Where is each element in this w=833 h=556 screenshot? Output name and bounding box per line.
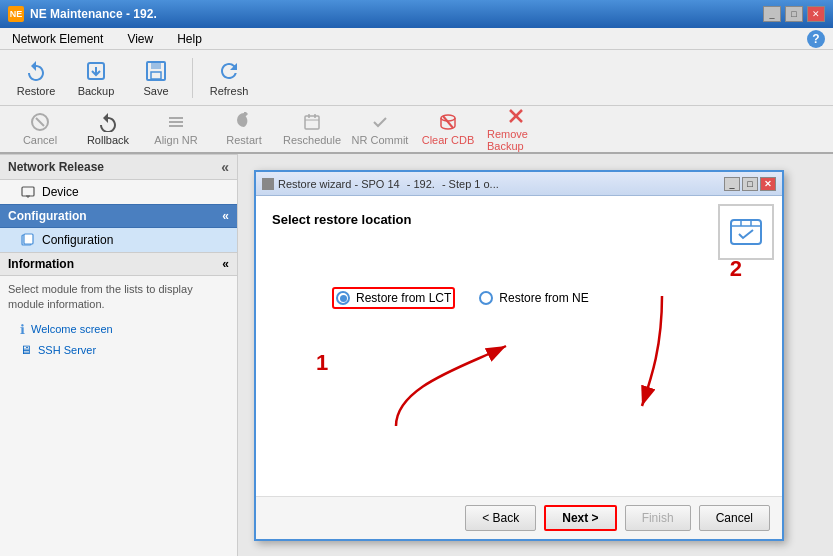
finish-button: Finish (625, 505, 691, 531)
annotation-2: 2 (730, 256, 742, 282)
menu-help[interactable]: Help (173, 30, 206, 48)
refresh-icon (217, 59, 241, 83)
radio-group: Restore from LCT Restore from NE (332, 287, 766, 309)
refresh-label: Refresh (210, 85, 249, 97)
svg-rect-3 (151, 72, 161, 79)
work-area: Restore wizard - SPO 14 - 192. - Step 1 … (238, 154, 833, 556)
restart-button: Restart (212, 109, 276, 149)
sidebar-section-network-release[interactable]: Network Release « (0, 154, 237, 180)
restore-ne-label: Restore from NE (499, 291, 588, 305)
dialog-title-bar: Restore wizard - SPO 14 - 192. - Step 1 … (256, 172, 782, 196)
sidebar-item-device[interactable]: Device (0, 180, 237, 204)
dialog-subtitle: Select restore location (272, 212, 766, 227)
restore-icon (24, 59, 48, 83)
maximize-btn[interactable]: □ (785, 6, 803, 22)
dialog-maximize-btn[interactable]: □ (742, 177, 758, 191)
menu-view[interactable]: View (123, 30, 157, 48)
app-title: NE Maintenance - 192. (30, 7, 157, 21)
svg-line-5 (36, 118, 44, 126)
remove-backup-button[interactable]: Remove Backup (484, 109, 548, 149)
restore-button[interactable]: Restore (8, 54, 64, 102)
clear-cdb-label: Clear CDB (422, 134, 475, 146)
restore-lct-highlight: Restore from LCT (332, 287, 455, 309)
sidebar-item-welcome-screen[interactable]: ℹ Welcome screen (0, 319, 237, 340)
remove-backup-label: Remove Backup (487, 128, 545, 152)
help-icon[interactable]: ? (807, 30, 825, 48)
reschedule-label: Reschedule (283, 134, 341, 146)
sidebar-section-information[interactable]: Information « (0, 252, 237, 276)
restart-label: Restart (226, 134, 261, 146)
remove-backup-icon (506, 106, 526, 126)
configuration-label: Configuration (42, 233, 113, 247)
svg-rect-2 (151, 62, 161, 69)
sidebar-section-configuration[interactable]: Configuration « (0, 204, 237, 228)
information-collapse-icon: « (222, 257, 229, 271)
ssh-server-label: SSH Server (38, 344, 96, 356)
configuration-icon (20, 232, 36, 248)
toolbar-separator (192, 58, 193, 98)
restore-lct-radio[interactable] (336, 291, 350, 305)
sidebar: Network Release « Device Configuration «… (0, 154, 238, 556)
save-label: Save (143, 85, 168, 97)
dialog-title-ip: - 192. (404, 178, 435, 190)
backup-label: Backup (78, 85, 115, 97)
svg-rect-22 (731, 220, 761, 244)
cancel-dialog-button[interactable]: Cancel (699, 505, 770, 531)
dialog-footer: < Back Next > Finish Cancel (256, 496, 782, 539)
restore-lct-label: Restore from LCT (356, 291, 451, 305)
reschedule-icon (302, 112, 322, 132)
close-btn[interactable]: ✕ (807, 6, 825, 22)
welcome-screen-label: Welcome screen (31, 323, 113, 335)
nr-commit-label: NR Commit (352, 134, 409, 146)
welcome-screen-icon: ℹ (20, 322, 25, 337)
cancel-label: Cancel (23, 134, 57, 146)
minimize-btn[interactable]: _ (763, 6, 781, 22)
title-bar: NE NE Maintenance - 192. _ □ ✕ (0, 0, 833, 28)
save-button[interactable]: Save (128, 54, 184, 102)
dialog-close-btn[interactable]: ✕ (760, 177, 776, 191)
device-label: Device (42, 185, 79, 199)
ssh-server-icon: 🖥 (20, 343, 32, 357)
restore-from-ne-option[interactable]: Restore from NE (479, 291, 588, 305)
next-button[interactable]: Next > (544, 505, 616, 531)
reschedule-button: Reschedule (280, 109, 344, 149)
arrow-1 (336, 336, 536, 436)
restore-from-lct-option[interactable]: Restore from LCT (336, 291, 451, 305)
clear-cdb-button[interactable]: Clear CDB (416, 109, 480, 149)
dialog-minimize-btn[interactable]: _ (724, 177, 740, 191)
cancel-button: Cancel (8, 109, 72, 149)
align-nr-label: Align NR (154, 134, 197, 146)
backup-button[interactable]: Backup (68, 54, 124, 102)
main-content: Network Release « Device Configuration «… (0, 154, 833, 556)
rollback-icon (98, 112, 118, 132)
restore-wizard-dialog: Restore wizard - SPO 14 - 192. - Step 1 … (254, 170, 784, 541)
configuration-section-label: Configuration (8, 209, 87, 223)
dialog-title: Restore wizard - SPO 14 (278, 178, 400, 190)
annotation-1: 1 (316, 350, 328, 376)
svg-point-13 (441, 115, 455, 121)
sidebar-item-ssh-server[interactable]: 🖥 SSH Server (0, 340, 237, 360)
menu-network-element[interactable]: Network Element (8, 30, 107, 48)
nr-commit-icon (370, 112, 390, 132)
sidebar-item-configuration[interactable]: Configuration (0, 228, 237, 252)
svg-rect-7 (169, 121, 183, 123)
restore-ne-radio[interactable] (479, 291, 493, 305)
rollback-button[interactable]: Rollback (76, 109, 140, 149)
device-icon (20, 184, 36, 200)
dialog-title-step: - Step 1 o... (439, 178, 499, 190)
restore-label: Restore (17, 85, 56, 97)
network-release-collapse-icon: « (221, 159, 229, 175)
secondary-toolbar: Cancel Rollback Align NR Restart Resched… (0, 106, 833, 154)
back-button[interactable]: < Back (465, 505, 536, 531)
nr-commit-button: NR Commit (348, 109, 412, 149)
restart-icon (234, 112, 254, 132)
primary-toolbar: Restore Backup Save Refresh (0, 50, 833, 106)
configuration-collapse-icon: « (222, 209, 229, 223)
menu-bar: Network Element View Help ? (0, 28, 833, 50)
information-label: Information (8, 257, 74, 271)
refresh-button[interactable]: Refresh (201, 54, 257, 102)
align-nr-button: Align NR (144, 109, 208, 149)
rollback-label: Rollback (87, 134, 129, 146)
dialog-icon (262, 178, 274, 190)
svg-rect-21 (24, 234, 33, 244)
